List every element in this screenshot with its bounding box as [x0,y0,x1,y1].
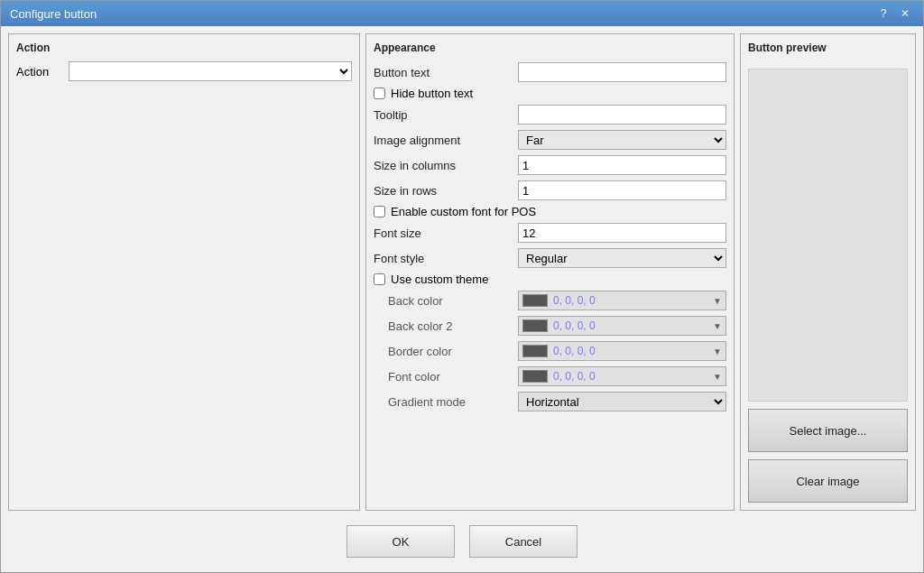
back-color2-swatch [522,319,548,332]
button-preview-area [748,69,908,402]
preview-section-title: Button preview [748,42,908,54]
font-color-row: Font color 0, 0, 0, 0 ▼ [374,365,726,387]
enable-custom-font-label: Enable custom font for POS [391,205,536,218]
title-bar: Configure button ? ✕ [1,1,923,26]
preview-panel: Button preview Select image... Clear ima… [740,33,916,511]
enable-custom-font-row: Enable custom font for POS [374,205,726,218]
tooltip-row: Tooltip [374,104,726,125]
close-button[interactable]: ✕ [896,5,914,22]
appearance-panel: Appearance Button text Hide button text … [365,33,735,511]
configure-button-dialog: Configure button ? ✕ Action Action Appea… [0,0,924,573]
tooltip-input[interactable] [518,105,726,125]
back-color2-label: Back color 2 [374,319,518,333]
hide-button-text-checkbox[interactable] [374,88,385,99]
help-button[interactable]: ? [874,5,892,22]
gradient-mode-label: Gradient mode [374,395,518,409]
back-color2-arrow: ▼ [713,321,722,331]
back-color-select[interactable]: 0, 0, 0, 0 ▼ [518,291,726,310]
main-panels: Action Action Appearance Button text [8,33,916,511]
action-panel: Action Action [8,33,360,511]
size-in-columns-input[interactable] [518,155,726,175]
tooltip-label: Tooltip [374,108,518,122]
font-color-arrow: ▼ [713,372,722,382]
font-color-label: Font color [374,370,518,384]
back-color2-select[interactable]: 0, 0, 0, 0 ▼ [518,316,726,336]
use-custom-theme-label: Use custom theme [391,273,488,286]
back-color-label: Back color [374,294,518,308]
gradient-mode-row: Gradient mode Horizontal Vertical None [374,391,726,412]
back-color2-row: Back color 2 0, 0, 0, 0 ▼ [374,315,726,337]
size-in-rows-row: Size in rows [374,180,726,201]
font-style-select[interactable]: Regular Bold Italic Bold Italic [518,248,726,268]
use-custom-theme-row: Use custom theme [374,273,726,286]
button-text-row: Button text [374,61,726,83]
enable-custom-font-checkbox[interactable] [374,206,385,217]
ok-button[interactable]: OK [346,525,455,558]
font-color-select[interactable]: 0, 0, 0, 0 ▼ [518,366,726,386]
bottom-bar: OK Cancel [8,518,916,565]
back-color-row: Back color 0, 0, 0, 0 ▼ [374,290,726,311]
hide-button-text-row: Hide button text [374,87,726,100]
back-color-arrow: ▼ [713,296,722,306]
button-text-label: Button text [374,66,518,79]
back-color2-value: 0, 0, 0, 0 [553,319,709,332]
size-in-columns-row: Size in columns [374,154,726,176]
action-row: Action [16,61,352,81]
dialog-title: Configure button [10,7,97,21]
cancel-button[interactable]: Cancel [469,525,578,558]
border-color-swatch [522,345,548,357]
size-in-rows-label: Size in rows [374,184,518,198]
action-section-title: Action [16,42,352,54]
border-color-row: Border color 0, 0, 0, 0 ▼ [374,340,726,362]
hide-button-text-label: Hide button text [391,87,473,100]
border-color-arrow: ▼ [713,347,722,356]
action-label: Action [16,65,61,79]
font-size-row: Font size [374,222,726,244]
action-select[interactable] [69,61,352,81]
size-in-rows-input[interactable] [518,180,726,200]
image-alignment-row: Image alignment Far Near Center [374,129,726,151]
font-color-value: 0, 0, 0, 0 [553,370,709,383]
use-custom-theme-checkbox[interactable] [374,273,385,285]
image-alignment-label: Image alignment [374,134,518,147]
appearance-section-title: Appearance [374,42,726,54]
back-color-value: 0, 0, 0, 0 [553,294,709,307]
clear-image-button[interactable]: Clear image [748,459,908,503]
border-color-label: Border color [374,345,518,358]
title-bar-controls: ? ✕ [874,5,914,22]
font-size-label: Font size [374,226,518,240]
border-color-select[interactable]: 0, 0, 0, 0 ▼ [518,341,726,361]
button-text-input[interactable] [518,62,726,82]
image-alignment-select[interactable]: Far Near Center [518,130,726,150]
border-color-value: 0, 0, 0, 0 [553,345,709,357]
font-size-input[interactable] [518,223,726,243]
font-style-row: Font style Regular Bold Italic Bold Ital… [374,247,726,269]
font-color-swatch [522,370,548,383]
size-in-columns-label: Size in columns [374,159,518,172]
gradient-mode-select[interactable]: Horizontal Vertical None [518,392,726,411]
back-color-swatch [522,294,548,307]
dialog-body: Action Action Appearance Button text [1,26,923,572]
select-image-button[interactable]: Select image... [748,409,908,452]
font-style-label: Font style [374,252,518,265]
